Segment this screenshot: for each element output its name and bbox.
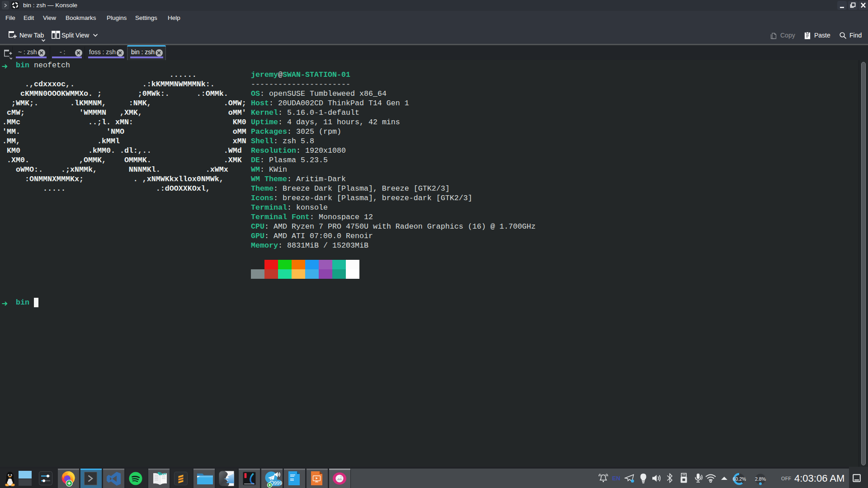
- svg-text:999: 999: [274, 480, 282, 486]
- svg-text:2.8%: 2.8%: [755, 476, 766, 482]
- svg-text:60.2%: 60.2%: [733, 476, 746, 482]
